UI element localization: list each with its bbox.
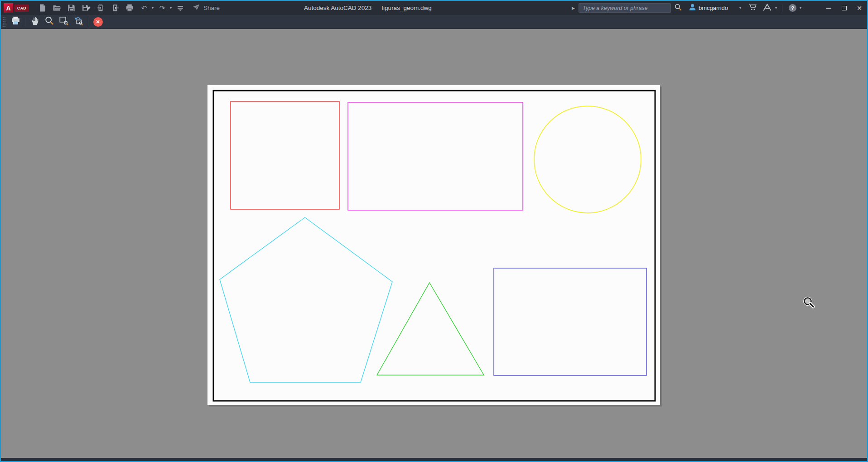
document-title: figuras_geom.dwg — [381, 5, 431, 11]
border-frame — [213, 91, 655, 401]
close-preview-icon: ✕ — [93, 17, 103, 27]
pan-button[interactable] — [29, 16, 41, 28]
app-title: Autodesk AutoCAD 2023 — [304, 5, 371, 11]
save-to-web-mobile-button[interactable] — [109, 2, 121, 14]
close-preview-button[interactable]: ✕ — [92, 16, 104, 28]
share-button[interactable]: Share — [192, 4, 220, 12]
toolbar-grip-handle[interactable] — [2, 17, 6, 27]
red-square — [231, 101, 339, 209]
new-file-icon — [38, 4, 47, 12]
save-icon — [67, 4, 76, 12]
autodesk-logo-icon — [762, 3, 772, 13]
zoom-realtime-button[interactable] — [43, 16, 56, 28]
open-from-web-mobile-button[interactable] — [95, 2, 106, 14]
cad-badge: CAD — [14, 5, 29, 12]
redo-button[interactable]: ↷ — [156, 2, 168, 14]
open-from-web-mobile-icon — [96, 4, 105, 12]
window-title: Autodesk AutoCAD 2023 figuras_geom.dwg — [304, 1, 432, 15]
username-label: bmcgarrido — [699, 5, 728, 11]
plot-preview-plot-button[interactable] — [9, 16, 22, 28]
zoom-previous-icon — [73, 16, 84, 28]
yellow-circle — [534, 106, 641, 213]
application-menu-button[interactable]: A CAD — [4, 3, 29, 13]
share-icon — [192, 4, 200, 12]
titlebar-separator — [782, 5, 782, 12]
customize-quick-access-icon — [177, 5, 183, 11]
help-icon: ? — [789, 4, 796, 12]
save-button[interactable] — [66, 2, 77, 14]
close-window-button[interactable]: ✕ — [852, 1, 867, 15]
autocad-logo-icon: A — [4, 3, 13, 13]
drawing-svg — [207, 85, 660, 405]
open-file-button[interactable] — [51, 2, 63, 14]
plot-button[interactable] — [124, 2, 135, 14]
sign-in-button[interactable]: bmcgarrido — [685, 1, 732, 15]
autodesk-account-button[interactable] — [760, 1, 775, 15]
autodesk-dropdown[interactable]: ▾ — [774, 6, 778, 10]
zoom-window-icon — [59, 16, 69, 28]
new-file-button[interactable] — [37, 2, 48, 14]
search-input[interactable] — [579, 3, 671, 13]
magenta-rectangle — [348, 102, 523, 210]
save-as-icon — [82, 4, 91, 12]
zoom-magnifier-icon — [44, 16, 54, 28]
toolbar-separator — [88, 17, 88, 26]
plot-printer-icon — [10, 16, 21, 28]
maximize-button[interactable] — [836, 1, 852, 15]
pan-hand-icon — [30, 16, 40, 28]
printer-icon — [125, 4, 134, 12]
redo-icon: ↷ — [159, 5, 165, 11]
share-label: Share — [203, 5, 220, 11]
zoom-previous-button[interactable] — [72, 16, 85, 28]
open-folder-icon — [52, 4, 62, 12]
zoom-cursor-icon — [802, 296, 815, 309]
blue-rectangle — [494, 268, 646, 375]
minimize-icon — [826, 8, 831, 9]
undo-dropdown[interactable]: ▾ — [150, 6, 155, 10]
close-window-icon: ✕ — [857, 5, 862, 12]
maximize-icon — [842, 6, 847, 10]
undo-icon: ↶ — [141, 5, 147, 11]
cart-button[interactable] — [745, 1, 760, 15]
plot-paper-sheet — [207, 85, 660, 405]
window-bottom-strip — [1, 458, 867, 461]
search-expand-icon[interactable]: ▶ — [572, 6, 575, 10]
green-triangle — [377, 283, 484, 375]
search-icon — [674, 3, 683, 14]
save-as-button[interactable] — [80, 2, 92, 14]
plot-preview-toolbar: ✕ — [1, 15, 867, 29]
save-to-web-mobile-icon — [111, 4, 119, 12]
toolbar-separator — [25, 17, 25, 26]
help-dropdown[interactable]: ▾ — [798, 6, 803, 10]
redo-dropdown[interactable]: ▾ — [169, 6, 173, 10]
autocad-window: A CAD — [0, 0, 868, 462]
customize-quick-access-button[interactable] — [174, 2, 186, 14]
preview-canvas[interactable] — [1, 29, 867, 459]
search-button[interactable] — [671, 1, 685, 15]
zoom-window-button[interactable] — [58, 16, 70, 28]
undo-button[interactable]: ↶ — [138, 2, 150, 14]
user-dropdown[interactable]: ▾ — [738, 6, 743, 10]
cyan-pentagon — [220, 217, 392, 382]
title-bar: A CAD — [1, 1, 867, 15]
cart-icon — [748, 3, 757, 13]
help-button[interactable]: ? — [786, 1, 799, 15]
minimize-button[interactable] — [821, 1, 836, 15]
user-avatar-icon — [688, 3, 697, 13]
